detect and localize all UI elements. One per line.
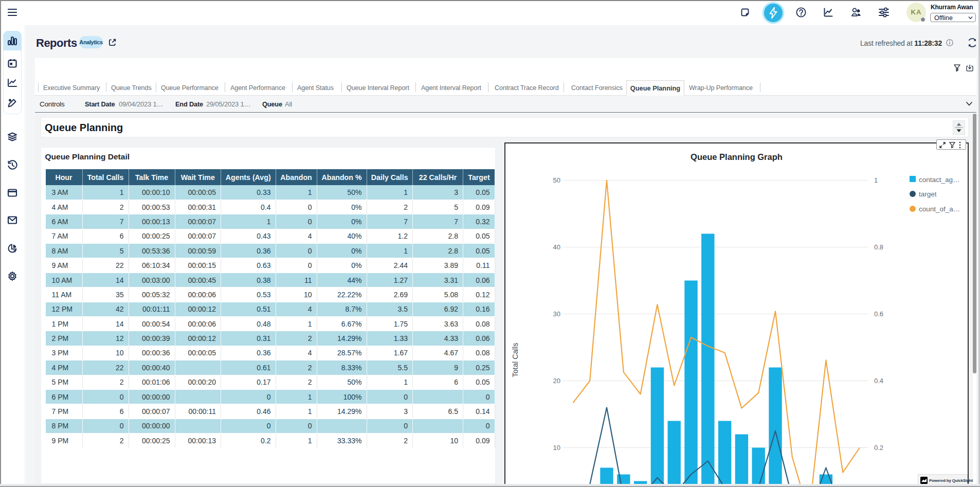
svg-text:20: 20 — [553, 377, 560, 385]
svg-text:target: target — [919, 190, 937, 198]
svg-text:40: 40 — [553, 243, 560, 251]
svg-text:Total Calls: Total Calls — [511, 343, 519, 377]
svg-text:0.6: 0.6 — [874, 310, 883, 318]
svg-text:count_of_a…: count_of_a… — [919, 205, 960, 213]
svg-text:contact_ag…: contact_ag… — [919, 176, 960, 184]
svg-text:10: 10 — [553, 444, 560, 452]
svg-text:1: 1 — [874, 176, 878, 184]
svg-text:0.4: 0.4 — [874, 377, 883, 385]
svg-text:30: 30 — [553, 310, 560, 318]
svg-text:50: 50 — [553, 176, 560, 184]
svg-text:0.8: 0.8 — [874, 243, 883, 251]
svg-text:0.2: 0.2 — [874, 444, 883, 452]
